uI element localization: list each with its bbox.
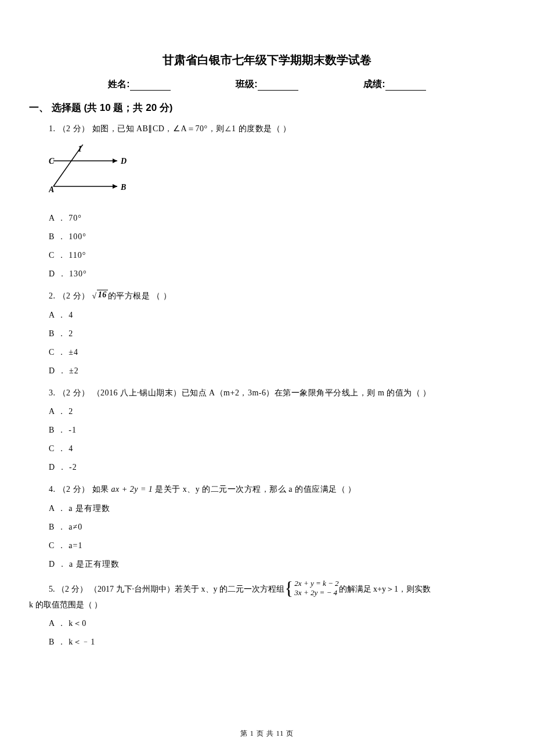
q2-option-C: C ． ±4 [49, 347, 505, 358]
q2-option-D: D ． ±2 [49, 366, 505, 376]
page-footer: 第 1 页 共 11 页 [0, 729, 534, 739]
q2-option-A: A ． 4 [49, 310, 505, 321]
q3-option-A: A ． 2 [49, 406, 505, 417]
q1-options: A ． 70° B ． 100° C ． 110° D ． 130° [49, 213, 505, 279]
q3-option-D: D ． -2 [49, 462, 505, 473]
q4-option-B: B ． a≠0 [49, 522, 505, 532]
q3-options: A ． 2 B ． -1 C ． 4 D ． -2 [49, 406, 505, 473]
section-1-title: 一、 选择题 (共 10 题；共 20 分) [29, 101, 505, 114]
header-fields: 姓名: 班级: 成绩: [29, 78, 505, 91]
q5-option-A: A ． k＜0 [49, 618, 505, 629]
q4-option-A: A ． a 是有理数 [49, 503, 505, 514]
q3-option-B: B ． -1 [49, 425, 505, 435]
q4-option-C: C ． a=1 [49, 541, 505, 551]
q3-stem: 3. （2 分） （2016 八上·锡山期末）已知点 A（m+2，3m-6）在第… [49, 387, 505, 399]
name-field: 姓名: [108, 78, 170, 91]
q5-stem: 5. （2 分） （2017 九下·台州期中）若关于 x、y 的二元一次方程组 … [49, 580, 505, 611]
score-field: 成绩: [363, 78, 425, 91]
figure-label-D: D [120, 157, 127, 165]
class-field: 班级: [236, 78, 298, 91]
q3-option-C: C ． 4 [49, 444, 505, 454]
q1-option-A: A ． 70° [49, 213, 505, 224]
q4-option-D: D ． a 是正有理数 [49, 559, 505, 570]
figure-label-A: A [49, 185, 54, 194]
q2-option-B: B ． 2 [49, 329, 505, 339]
q1-option-C: C ． 110° [49, 250, 505, 261]
q4-stem: 4. （2 分） 如果 ax + 2y = 1 是关于 x、y 的二元一次方程，… [49, 483, 505, 496]
q5-option-B: B ． k＜﹣1 [49, 637, 505, 647]
figure-label-C: C [49, 157, 55, 165]
figure-label-1: 1 [78, 145, 82, 153]
svg-marker-3 [113, 159, 117, 163]
q5-options: A ． k＜0 B ． k＜﹣1 [49, 618, 505, 647]
q4-options: A ． a 是有理数 B ． a≠0 C ． a=1 D ． a 是正有理数 [49, 503, 505, 570]
q1-stem: 1. （2 分） 如图，已知 AB∥CD，∠A＝70°，则∠1 的度数是（ ） [49, 123, 505, 135]
figure-label-B: B [120, 183, 126, 192]
q5-equation-system: { 2x + y = k − 2 3x + 2y = − 4 [284, 579, 339, 597]
q1-option-D: D ． 130° [49, 269, 505, 279]
q1-option-B: B ． 100° [49, 232, 505, 242]
q2-options: A ． 4 B ． 2 C ． ±4 D ． ±2 [49, 310, 505, 376]
q1-figure: 1 C D A B [49, 145, 505, 197]
page-title: 甘肃省白银市七年级下学期期末数学试卷 [29, 52, 505, 68]
q2-stem: 2. （2 分） 16的平方根是 （ ） [49, 290, 505, 303]
svg-marker-4 [113, 184, 117, 189]
